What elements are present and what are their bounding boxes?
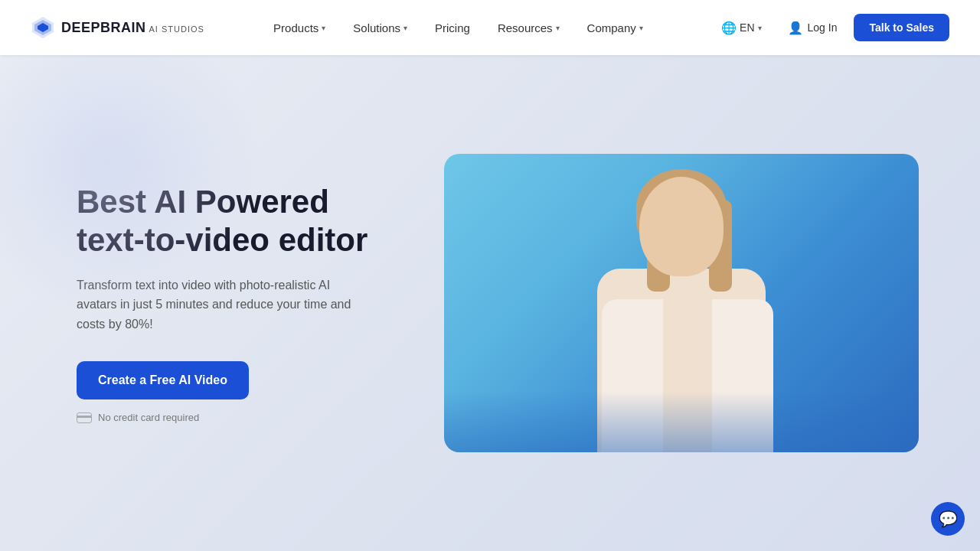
user-icon: 👤 (788, 21, 803, 35)
media-gradient (444, 391, 919, 452)
hero-media (444, 154, 919, 452)
nav-solutions[interactable]: Solutions ▾ (341, 15, 420, 41)
logo-icon (31, 15, 55, 40)
hero-title: Best AI Powered text-to-video editor (77, 183, 398, 260)
chevron-down-icon: ▾ (403, 24, 407, 32)
hero-section: Best AI Powered text-to-video editor Tra… (0, 55, 980, 551)
globe-icon: 🌐 (721, 21, 737, 35)
avatar-head (639, 177, 724, 276)
chevron-down-icon: ▾ (556, 24, 560, 32)
chevron-down-icon: ▾ (639, 24, 643, 32)
chevron-down-icon: ▾ (322, 24, 325, 32)
login-button[interactable]: 👤 Log In (777, 15, 848, 41)
nav-company[interactable]: Company ▾ (575, 15, 655, 41)
hero-subtitle: Transform text into video with photo-rea… (77, 276, 368, 334)
header-right: 🌐 EN ▾ 👤 Log In Talk to Sales (712, 14, 949, 41)
nav-products[interactable]: Products ▾ (261, 15, 338, 41)
header: DEEPBRAIN AI STUDIOS Products ▾ Solution… (0, 0, 980, 55)
credit-card-icon (77, 412, 92, 423)
language-selector[interactable]: 🌐 EN ▾ (712, 15, 770, 41)
nav-resources[interactable]: Resources ▾ (485, 15, 572, 41)
no-credit-card-note: No credit card required (77, 412, 398, 423)
logo-sub: AI STUDIOS (149, 24, 204, 34)
chevron-down-icon: ▾ (758, 24, 762, 32)
talk-to-sales-button[interactable]: Talk to Sales (854, 14, 949, 41)
logo-text: DEEPBRAIN AI STUDIOS (61, 20, 204, 36)
create-free-video-button[interactable]: Create a Free AI Video (77, 361, 249, 399)
hero-content: Best AI Powered text-to-video editor Tra… (77, 183, 398, 424)
logo[interactable]: DEEPBRAIN AI STUDIOS (31, 15, 204, 40)
logo-main: DEEPBRAIN (61, 20, 146, 36)
nav-pricing[interactable]: Pricing (423, 15, 482, 41)
chat-button[interactable]: 💬 (931, 502, 965, 536)
chat-icon: 💬 (939, 510, 958, 528)
main-nav: Products ▾ Solutions ▾ Pricing Resources… (261, 15, 655, 41)
